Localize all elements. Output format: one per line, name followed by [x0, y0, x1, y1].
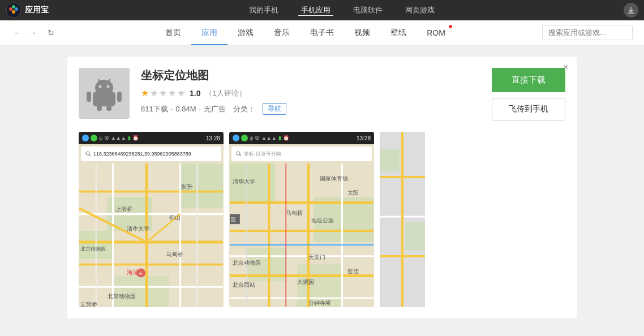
map-svg-2: 清华大学 国家体育场 马甸桥 太阳 地坛公园 北京动物园 天安门 北京西站 大观…: [229, 163, 374, 307]
tab-home[interactable]: 首页: [155, 20, 191, 45]
logo-icon: [6, 2, 22, 18]
carrier-icon-2: ψ: [250, 135, 253, 141]
tab-ebooks[interactable]: 电子书: [300, 20, 344, 45]
svg-text:北京植物园: 北京植物园: [80, 246, 106, 252]
svg-text:大观园: 大观园: [297, 279, 314, 285]
svg-text:北京西站: 北京西站: [233, 282, 255, 288]
nav-arrows: ← →: [11, 27, 39, 39]
time-1: 13:28: [206, 135, 220, 141]
screenshot-2: ψ ⦿ ▲▲▲ ▮ ⏰ 13:28: [229, 132, 374, 307]
battery-icon-2: ▮: [278, 135, 281, 141]
status-icon-map: [82, 135, 89, 141]
screenshots-area: ψ ⦿ ▲▲▲ ▮ ⏰ 13:28: [79, 132, 565, 307]
svg-rect-13: [117, 92, 122, 102]
svg-point-3: [15, 7, 18, 11]
tab-wallpaper[interactable]: 壁纸: [380, 20, 417, 45]
time-2: 13:28: [357, 135, 371, 141]
svg-rect-15: [106, 105, 111, 111]
svg-text:国家体育场: 国家体育场: [320, 175, 348, 182]
android-icon: [84, 74, 124, 113]
svg-text:清华大学: 清华大学: [127, 226, 149, 232]
second-nav-tabs: 首页 应用 游戏 音乐 电子书 视频 壁纸 ROM: [68, 20, 542, 45]
status-icons-2: ψ ⦿ ▲▲▲ ▮ ⏰: [233, 135, 354, 141]
status-bar-1: ψ ⦿ ▲▲▲ ▮ ⏰ 13:28: [79, 132, 224, 144]
svg-text:地坛公园: 地坛公园: [311, 217, 334, 223]
download-icon-btn[interactable]: [624, 3, 638, 18]
tab-apps[interactable]: 应用: [191, 20, 227, 45]
ad-label: 无广告: [204, 104, 226, 114]
partial-map-svg: [380, 132, 425, 307]
search-input[interactable]: [542, 25, 633, 40]
svg-line-48: [240, 155, 242, 157]
svg-point-9: [107, 85, 110, 88]
app-header: 坐标定位地图 ★ ★ ★ ★ ★ 1.0 （1人评论） 811下载: [79, 68, 565, 120]
svg-rect-83: [380, 149, 400, 171]
wifi-icon-2: ⦿ ▲▲▲: [255, 135, 276, 141]
rating-row: ★ ★ ★ ★ ★ 1.0 （1人评论）: [141, 88, 480, 98]
svg-rect-12: [87, 92, 91, 102]
app-info: 坐标定位地图 ★ ★ ★ ★ ★ 1.0 （1人评论） 811下载: [141, 68, 480, 115]
alarm-icon-1: ⏰: [132, 135, 139, 141]
logo-text: 应用宝: [25, 5, 49, 15]
back-arrow[interactable]: ←: [11, 27, 24, 39]
search-bar-2: 坐标,以逗号分隔: [231, 147, 372, 161]
svg-text:清华大学: 清华大学: [233, 178, 255, 184]
svg-point-47: [237, 152, 240, 155]
status-icon-map4: [241, 135, 248, 141]
top-nav-my-phone[interactable]: 我的手机: [246, 5, 281, 16]
search-bar-1: 116.32368469238281,39.95962905883789: [81, 147, 221, 161]
top-nav-web-games[interactable]: 网页游戏: [402, 5, 437, 16]
svg-point-7: [95, 80, 113, 96]
rom-badge: [449, 25, 452, 28]
separator3: 分类：: [233, 104, 255, 114]
map-body-1: 东升 上清桥 仰山 北京植物园 清华大学 马甸桥 海淀 A 北京动物园 定慧桥: [79, 163, 224, 307]
top-nav-items: 我的手机 手机应用 电脑软件 网页游戏: [60, 5, 624, 16]
refresh-button[interactable]: ↻: [45, 27, 57, 39]
svg-text:窑洼: 窑洼: [347, 268, 359, 274]
map-svg-1: 东升 上清桥 仰山 北京植物园 清华大学 马甸桥 海淀 A 北京动物园 定慧桥: [79, 163, 224, 307]
tab-music[interactable]: 音乐: [264, 20, 300, 45]
forward-arrow[interactable]: →: [27, 27, 39, 39]
status-icon-map3: [233, 135, 239, 141]
svg-point-1: [9, 7, 12, 11]
second-bar: ← → ↻ 首页 应用 游戏 音乐 电子书 视频 壁纸 ROM: [0, 20, 644, 45]
fly-to-phone-button[interactable]: 飞传到手机: [492, 98, 565, 120]
app-icon-box: [79, 68, 130, 119]
search-icon-1: [85, 151, 91, 157]
separator1: ·: [171, 105, 173, 113]
svg-text:上清桥: 上清桥: [115, 206, 132, 212]
downloads-label: 811下载: [141, 104, 168, 114]
svg-text:东升: 东升: [181, 183, 193, 190]
svg-text:A: A: [139, 270, 142, 276]
svg-text:马甸桥: 马甸桥: [286, 210, 303, 216]
svg-rect-84: [405, 222, 425, 251]
tab-games[interactable]: 游戏: [227, 20, 264, 45]
star-5: ★: [177, 88, 185, 98]
svg-point-2: [12, 5, 15, 8]
category-tag[interactable]: 导航: [263, 103, 286, 115]
svg-point-4: [12, 10, 15, 14]
svg-text:北京动物园: 北京动物园: [233, 260, 261, 266]
map-mock-1: ψ ⦿ ▲▲▲ ▮ ⏰ 13:28: [79, 132, 224, 307]
tab-rom[interactable]: ROM: [417, 20, 456, 45]
screenshot-partial: [380, 132, 425, 307]
close-button[interactable]: ×: [563, 62, 568, 72]
battery-icon-1: ▮: [128, 135, 131, 141]
top-bar: 应用宝 我的手机 手机应用 电脑软件 网页游戏: [0, 0, 644, 20]
screenshot-1: ψ ⦿ ▲▲▲ ▮ ⏰ 13:28: [79, 132, 224, 307]
top-nav-phone-apps[interactable]: 手机应用: [298, 5, 333, 16]
search-text-1: 116.32368469238281,39.95962905883789: [93, 151, 191, 157]
logo-area[interactable]: 应用宝: [6, 2, 49, 18]
meta-row: 811下载 · 0.84M · 无广告 分类： 导航: [141, 103, 480, 115]
svg-line-17: [89, 155, 91, 157]
download-button[interactable]: 直接下载: [492, 68, 565, 92]
action-buttons: 直接下载 飞传到手机: [492, 68, 565, 120]
top-nav-pc-software[interactable]: 电脑软件: [350, 5, 385, 16]
svg-text:北京动物园: 北京动物园: [108, 293, 136, 299]
status-icons-1: ψ ⦿ ▲▲▲ ▮ ⏰: [82, 135, 204, 141]
stars: ★ ★ ★ ★ ★: [141, 88, 185, 98]
map-mock-2: ψ ⦿ ▲▲▲ ▮ ⏰ 13:28: [229, 132, 374, 307]
tab-video[interactable]: 视频: [344, 20, 380, 45]
status-icon-map2: [91, 135, 97, 141]
svg-text:仰山: 仰山: [169, 214, 181, 221]
